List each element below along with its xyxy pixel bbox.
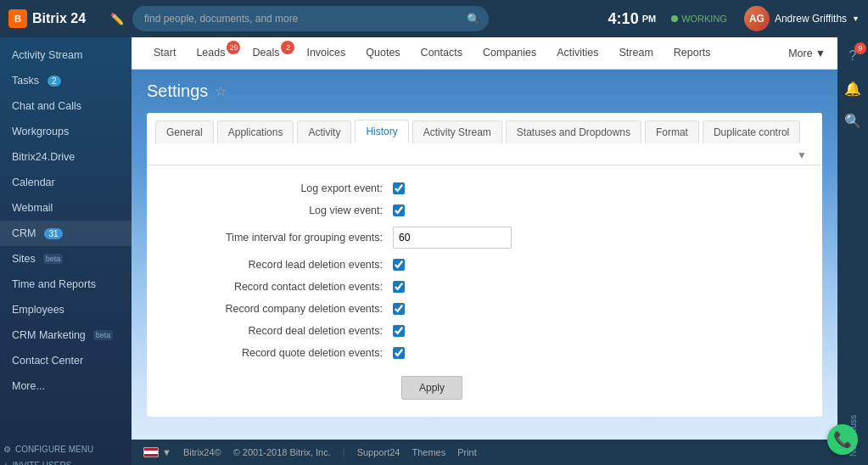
sidebar-item-more[interactable]: More...	[0, 373, 132, 399]
crm-nav-quotes[interactable]: Quotes	[356, 37, 410, 69]
topbar-user[interactable]: AG Andrew Griffiths ▼	[744, 6, 860, 31]
crm-badge: 31	[44, 228, 62, 239]
record-quote-control	[393, 347, 405, 359]
right-panel-search-icon[interactable]: 🔍	[841, 109, 865, 132]
tab-activity-label: Activity	[308, 126, 340, 138]
footer: ▼ Bitrix24© © 2001-2018 Bitrix, Inc. | S…	[132, 440, 837, 465]
time-interval-label: Time interval for grouping events:	[172, 232, 393, 244]
tab-history-label: History	[366, 126, 397, 137]
invite-users-icon: +	[3, 461, 8, 465]
sidebar-item-crm-marketing[interactable]: CRM Marketing beta	[0, 322, 132, 348]
language-dropdown-icon: ▼	[162, 447, 171, 457]
tab-activity[interactable]: Activity	[297, 120, 351, 143]
sidebar-item-label: Workgroups	[12, 126, 69, 137]
sidebar-item-sites[interactable]: Sites beta	[0, 246, 132, 272]
record-lead-label: Record lead deletion events:	[172, 259, 393, 271]
sidebar-item-label: Webmail	[12, 202, 53, 214]
footer-copyright: © 2001-2018 Bitrix, Inc.	[233, 447, 331, 457]
record-contact-label: Record contact deletion events:	[172, 281, 393, 293]
leads-badge: 29	[227, 41, 240, 54]
sidebar-item-time-reports[interactable]: Time and Reports	[0, 272, 132, 297]
language-selector[interactable]: ▼	[143, 447, 171, 457]
tab-applications[interactable]: Applications	[217, 120, 294, 143]
crm-nav-companies[interactable]: Companies	[473, 37, 546, 69]
log-export-checkbox[interactable]	[393, 182, 405, 194]
sidebar-item-label: Tasks	[12, 75, 39, 87]
flag-icon	[143, 447, 159, 457]
sidebar-item-activity-stream[interactable]: Activity Stream	[0, 42, 132, 68]
edit-icon[interactable]: ✏️	[110, 13, 124, 25]
crm-nav-deals[interactable]: Deals 2	[242, 37, 296, 69]
crm-nav-contacts[interactable]: Contacts	[411, 37, 473, 69]
crm-nav-more[interactable]: More ▼	[788, 48, 826, 59]
record-company-control	[393, 303, 405, 315]
sidebar-item-label: Sites	[12, 253, 36, 265]
tab-duplicate-control[interactable]: Duplicate control	[703, 120, 800, 143]
crm-nav-reports[interactable]: Reports	[664, 37, 721, 69]
record-company-label: Record company deletion events:	[172, 303, 393, 315]
crm-nav: Start Leads 29 Deals 2 Invoices Quotes C…	[132, 37, 837, 70]
configure-menu-button[interactable]: ⚙ CONFIGURE MENU	[0, 441, 132, 457]
record-quote-label: Record quote deletion events:	[172, 347, 393, 359]
favorite-star-icon[interactable]: ☆	[215, 83, 227, 99]
time-interval-input[interactable]	[393, 227, 512, 249]
record-deal-checkbox[interactable]	[393, 325, 405, 337]
search-input[interactable]	[132, 6, 489, 31]
settings-card: General Applications Activity History Ac…	[147, 113, 822, 417]
page-title: Settings	[147, 81, 208, 101]
crm-nav-stream[interactable]: Stream	[609, 37, 664, 69]
tab-format-label: Format	[656, 126, 688, 138]
tabs-expand-arrow[interactable]: ▼	[790, 146, 814, 165]
sidebar-item-tasks[interactable]: Tasks 2	[0, 68, 132, 93]
crm-nav-activities-label: Activities	[557, 47, 598, 59]
sidebar-item-drive[interactable]: Bitrix24.Drive	[0, 144, 132, 170]
topbar-time: 4:10PM	[608, 10, 657, 28]
record-company-checkbox[interactable]	[393, 303, 405, 315]
log-export-row: Log export event:	[172, 182, 797, 194]
record-lead-checkbox[interactable]	[393, 259, 405, 271]
app-logo[interactable]: B Bitrix 24	[8, 9, 102, 28]
record-contact-checkbox[interactable]	[393, 281, 405, 293]
log-view-checkbox[interactable]	[393, 204, 405, 216]
footer-print-link[interactable]: Print	[457, 447, 477, 457]
sidebar-item-chat[interactable]: Chat and Calls	[0, 93, 132, 119]
invite-users-button[interactable]: + INVITE USERS	[0, 457, 132, 465]
crm-nav-leads[interactable]: Leads 29	[186, 37, 242, 69]
topbar-status[interactable]: WORKING	[671, 14, 727, 24]
sidebar-item-label: Activity Stream	[12, 49, 82, 61]
notification-bell-icon[interactable]: 🔔	[841, 76, 865, 100]
user-dropdown-icon: ▼	[852, 14, 860, 23]
status-dot	[671, 15, 678, 22]
sidebar-item-workgroups[interactable]: Workgroups	[0, 119, 132, 144]
crm-nav-more-label: More	[788, 48, 812, 59]
tab-format[interactable]: Format	[645, 120, 699, 143]
tab-general[interactable]: General	[155, 120, 214, 143]
settings-form: Log export event: Log view event: Time i…	[147, 165, 822, 417]
tab-general-label: General	[166, 126, 203, 138]
sidebar-item-crm[interactable]: CRM 31	[0, 221, 132, 246]
help-icon[interactable]: ? 9	[841, 44, 865, 68]
search-icon[interactable]: 🔍	[467, 13, 480, 25]
tab-activity-stream[interactable]: Activity Stream	[412, 120, 502, 143]
sidebar-item-contact-center[interactable]: Contact Center	[0, 348, 132, 373]
tab-statuses-dropdowns[interactable]: Statuses and Dropdowns	[506, 120, 641, 143]
crm-nav-leads-label: Leads	[196, 47, 225, 59]
help-badge: 9	[854, 42, 866, 54]
footer-support-link[interactable]: Support24	[357, 447, 400, 457]
phone-fab-button[interactable]: 📞	[827, 424, 858, 455]
tab-duplicate-control-label: Duplicate control	[714, 126, 789, 138]
footer-themes-link[interactable]: Themes	[412, 447, 445, 457]
tab-history[interactable]: History	[355, 120, 408, 143]
sidebar-item-webmail[interactable]: Webmail	[0, 195, 132, 221]
search-bar: 🔍	[132, 6, 489, 31]
sidebar-item-employees[interactable]: Employees	[0, 297, 132, 322]
record-quote-checkbox[interactable]	[393, 347, 405, 359]
crm-nav-start[interactable]: Start	[143, 37, 186, 69]
user-name: Andrew Griffiths	[775, 13, 847, 25]
record-lead-control	[393, 259, 405, 271]
apply-button[interactable]: Apply	[401, 376, 462, 400]
log-export-control	[393, 182, 405, 194]
crm-nav-activities[interactable]: Activities	[546, 37, 608, 69]
sidebar-item-calendar[interactable]: Calendar	[0, 170, 132, 195]
crm-nav-invoices[interactable]: Invoices	[296, 37, 356, 69]
